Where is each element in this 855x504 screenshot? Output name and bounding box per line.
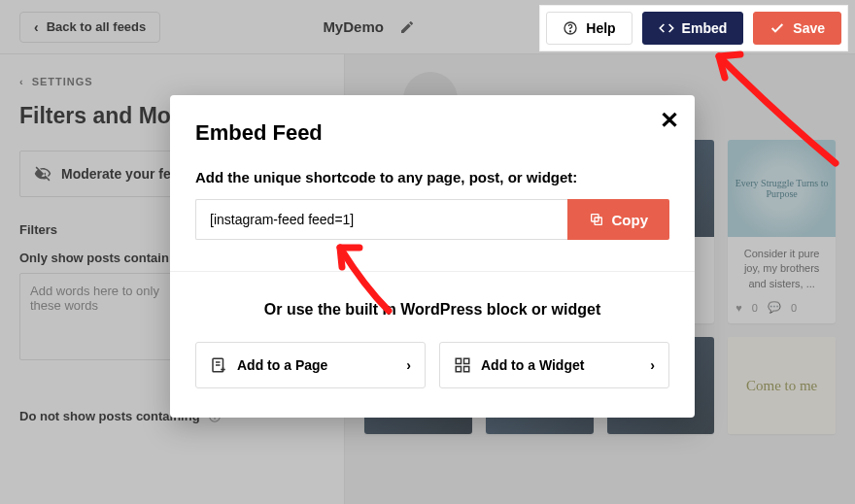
- embed-button[interactable]: Embed: [642, 12, 744, 45]
- chevron-right-icon: ›: [650, 357, 655, 373]
- add-to-page-button[interactable]: Add to a Page ›: [195, 342, 426, 388]
- svg-point-1: [570, 31, 571, 32]
- modal-subtitle: Add the unique shortcode to any page, po…: [195, 169, 669, 185]
- svg-rect-7: [456, 367, 461, 372]
- page-plus-icon: [210, 356, 227, 374]
- widget-icon: [454, 356, 471, 374]
- svg-rect-8: [464, 367, 469, 372]
- svg-rect-6: [464, 358, 469, 363]
- modal-or-line: Or use the built in WordPress block or w…: [195, 301, 669, 319]
- svg-rect-5: [456, 358, 461, 363]
- save-button[interactable]: Save: [753, 12, 841, 45]
- help-button[interactable]: Help: [546, 12, 632, 45]
- modal-title: Embed Feed: [195, 120, 669, 146]
- add-to-widget-button[interactable]: Add to a Widget ›: [439, 342, 669, 388]
- code-icon: [659, 20, 674, 36]
- copy-icon: [589, 212, 604, 227]
- embed-modal: ✕ Embed Feed Add the unique shortcode to…: [170, 95, 695, 418]
- copy-button[interactable]: Copy: [567, 199, 670, 240]
- check-icon: [770, 20, 785, 36]
- shortcode-input[interactable]: [195, 199, 567, 240]
- close-icon[interactable]: ✕: [660, 109, 679, 132]
- chevron-right-icon: ›: [406, 357, 411, 373]
- help-icon: [563, 20, 578, 36]
